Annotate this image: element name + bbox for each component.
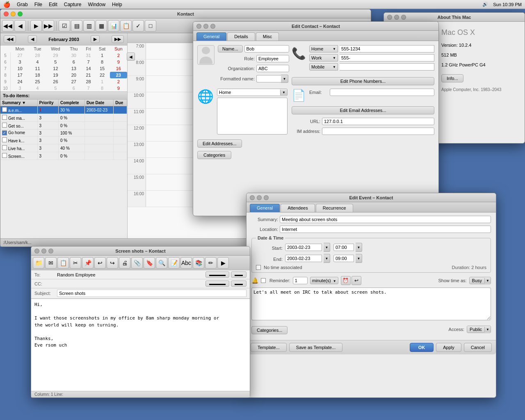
todo-row[interactable]: Live ha... 3 40 % [0,144,127,152]
tb-back-btn[interactable]: ◀◀ [2,20,14,32]
cal-day[interactable]: 1 [95,78,110,85]
tb-btn9[interactable]: ✓ [132,20,144,32]
event-tab-general[interactable]: General [250,204,280,212]
tb-btn8[interactable]: 📋 [120,20,132,32]
event-close-btn[interactable] [250,195,255,200]
cal-day[interactable]: 22 [95,72,110,78]
tb-btn7[interactable]: 📊 [108,20,119,32]
email-tb-btn16[interactable]: ▶ [217,257,229,269]
cal-day[interactable]: 27 [10,52,29,59]
tab-general[interactable]: General [196,32,226,41]
cal-day[interactable]: 30 [65,52,82,59]
cal-day[interactable]: 7 [82,59,94,65]
cal-day[interactable]: 10 [10,65,29,72]
todo-row[interactable]: Get ma... 3 0 % [0,114,127,122]
org-input[interactable] [256,65,289,72]
email-min-btn[interactable] [41,249,46,253]
cal-day[interactable]: 21 [82,72,94,78]
no-time-checkbox[interactable] [256,265,261,270]
event-max-btn[interactable] [264,195,269,200]
cal-day-sunday[interactable]: 9 [110,59,127,65]
back-arrow-btn[interactable]: ◀ [128,52,135,61]
todo-check[interactable] [2,153,7,158]
tb-forward-btn[interactable]: ▶▶ [43,20,54,32]
tab-misc[interactable]: Misc [256,32,279,41]
email-subject-input[interactable] [57,290,247,297]
menu-capture[interactable]: Capture [64,2,82,7]
apply-btn[interactable]: Apply [436,343,461,352]
close-btn[interactable] [196,24,201,29]
cal-day[interactable]: 6 [65,59,82,65]
start-time-input[interactable] [333,244,354,251]
email-addr-btn1[interactable]: ▬▬▬▬ [205,272,229,278]
todo-check[interactable] [2,107,7,112]
cal-day[interactable]: 14 [82,65,94,72]
menu-window[interactable]: Window [88,2,105,7]
phone-type-work[interactable]: Work ▼ [309,54,338,62]
email-tb-btn13[interactable]: Abc [180,257,192,269]
reminder-unit[interactable]: minute(s) ▼ [310,277,338,284]
cal-day-sunday[interactable]: 16 [110,65,127,72]
tb-btn5[interactable]: ▥ [83,20,95,32]
todo-row[interactable]: Screen... 3 0 % [0,152,127,160]
todo-col-priority[interactable]: Priority [37,100,59,106]
email-close-btn[interactable] [34,249,39,253]
menu-file[interactable]: File [34,2,42,7]
reminder-btn2[interactable]: ↩ [352,276,361,285]
email-tb-btn12[interactable]: 📝 [168,257,180,269]
event-tab-attendees[interactable]: Attendees [281,204,315,212]
email-cc-input[interactable] [57,281,204,286]
cal-day[interactable]: 3 [10,59,29,65]
todo-check[interactable] [2,115,7,120]
cal-day[interactable]: 3 [10,85,29,91]
url-input[interactable] [322,118,434,125]
event-min-btn[interactable] [257,195,262,200]
email-input[interactable] [330,89,434,96]
cal-prev-month[interactable]: ◀ [28,35,37,43]
cal-day[interactable]: 13 [65,65,82,72]
cal-day[interactable]: 17 [10,72,29,78]
event-summary-input[interactable] [280,216,491,223]
email-tb-btn7[interactable]: ↪ [107,257,118,269]
about-close-btn[interactable] [387,15,392,20]
todo-row[interactable]: Get so... 3 0 % [0,122,127,130]
start-date-arrow[interactable]: ▼ [324,243,330,252]
cal-next-year[interactable]: ▶▶ [112,35,124,43]
menu-grab[interactable]: Grab [17,2,28,7]
phone-type-home[interactable]: Home ▼ [309,45,338,52]
cal-day[interactable]: 11 [29,65,46,72]
about-min-btn[interactable] [394,15,399,20]
email-tb-btn10[interactable]: 🔖 [144,257,155,269]
email-tb-btn9[interactable]: 📎 [131,257,143,269]
todo-row[interactable]: Have k... 3 0 % [0,137,127,144]
tb-btn10[interactable]: □ [145,20,156,32]
edit-phones-btn[interactable]: Edit Phone Numbers... [292,77,434,85]
show-time-control[interactable]: Busy ▼ [469,277,491,284]
cal-day[interactable]: 28 [82,78,94,85]
edit-addresses-btn[interactable]: Edit Addresses... [197,139,242,148]
email-tb-btn1[interactable]: 📁 [33,257,44,269]
todo-check[interactable] [2,137,7,142]
email-tb-btn2[interactable]: ✉ [45,257,57,269]
im-input[interactable] [322,128,434,135]
minimize-button[interactable] [11,11,16,16]
event-tab-recurrence[interactable]: Recurrence [316,204,353,212]
todo-col-due2[interactable]: Due [114,100,127,106]
todo-row[interactable]: ✓Go home 3 100 % [0,130,127,137]
name-button[interactable]: Name... [218,45,243,52]
cal-day[interactable]: 5 [46,59,65,65]
email-tb-btn15[interactable]: ✏ [205,257,217,269]
address-type-input[interactable] [217,89,280,96]
template-btn[interactable]: Template... [251,343,287,352]
categories-btn[interactable]: Categories [197,151,231,159]
show-time-arrow[interactable]: ▼ [484,278,491,283]
apple-menu[interactable]: 🍎 [3,1,10,8]
email-max-btn[interactable] [48,249,53,253]
email-tb-btn11[interactable]: 🔍 [156,257,167,269]
max-btn[interactable] [210,24,215,29]
email-addr-btn2[interactable]: ▬▬ [231,272,247,278]
cal-day-sunday[interactable]: 9 [110,85,127,91]
todo-row-selected[interactable]: a.e.m... 1 30 % 2003-02-23 [0,106,127,114]
end-date-arrow[interactable]: ▼ [324,254,330,263]
about-max-btn[interactable] [401,15,406,20]
